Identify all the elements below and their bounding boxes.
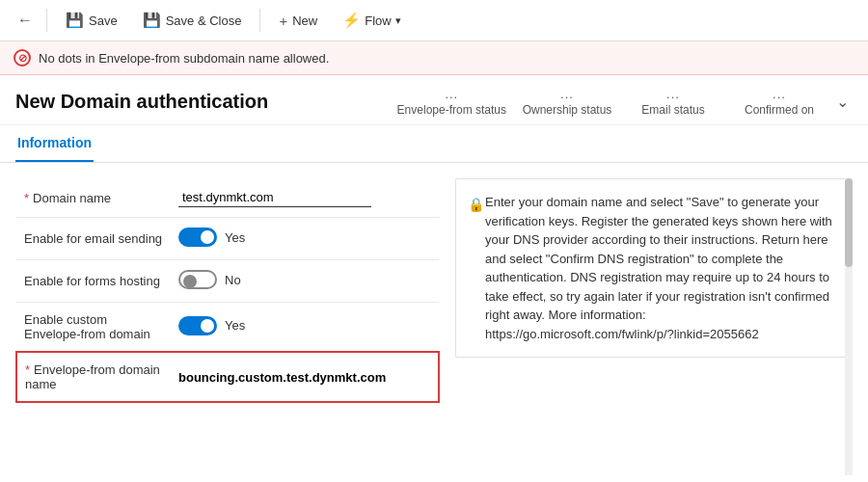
- info-panel-text: Enter your domain name and select "Save"…: [485, 195, 832, 341]
- status-col-ownership: ... Ownership status: [514, 87, 620, 117]
- page-title: New Domain authentication: [15, 91, 390, 113]
- status-col-envelope: ... Envelope-from status: [390, 87, 514, 117]
- envelope-custom-toggle[interactable]: Yes: [178, 316, 245, 335]
- new-icon: +: [279, 13, 287, 29]
- table-row: *Envelope-from domain name bouncing.cust…: [16, 352, 439, 402]
- email-sending-text: Yes: [225, 230, 245, 245]
- envelope-status-label: Envelope-from status: [397, 103, 506, 117]
- page-header: New Domain authentication ... Envelope-f…: [0, 75, 868, 125]
- toolbar-divider-1: [46, 9, 47, 32]
- table-row: *Domain name: [16, 178, 439, 218]
- error-banner: ⊘ No dots in Envelope-from subdomain nam…: [0, 41, 868, 75]
- save-icon: 💾: [66, 12, 84, 29]
- email-sending-label: Enable for email sending: [16, 218, 171, 260]
- envelope-custom-value: Yes: [171, 303, 439, 353]
- left-panel: *Domain name Enable for email sending: [15, 178, 440, 475]
- envelope-custom-thumb: [201, 319, 214, 333]
- email-sending-value: Yes: [171, 218, 439, 260]
- table-row: Enable for forms hosting No: [16, 260, 439, 303]
- confirmed-status-dots: ...: [773, 87, 786, 101]
- domain-name-label: *Domain name: [16, 178, 171, 218]
- confirmed-status-label: Confirmed on: [745, 103, 814, 117]
- email-sending-thumb: [201, 230, 214, 244]
- error-message: No dots in Envelope-from subdomain name …: [39, 51, 329, 66]
- new-button[interactable]: + New: [268, 7, 328, 35]
- email-sending-toggle[interactable]: Yes: [178, 228, 245, 247]
- email-status-label: Email status: [641, 103, 704, 117]
- flow-button[interactable]: ⚡ Flow ▾: [332, 6, 411, 35]
- forms-hosting-label: Enable for forms hosting: [16, 260, 171, 303]
- tab-information[interactable]: Information: [15, 125, 94, 162]
- email-status-dots: ...: [666, 87, 680, 101]
- error-icon: ⊘: [14, 49, 31, 67]
- envelope-domain-label: *Envelope-from domain name: [16, 352, 171, 402]
- flow-icon: ⚡: [342, 12, 361, 29]
- status-col-email: ... Email status: [620, 87, 726, 117]
- content: *Domain name Enable for email sending: [0, 163, 868, 482]
- back-button[interactable]: ←: [12, 7, 39, 34]
- flow-label: Flow: [365, 13, 391, 28]
- tabs: Information: [0, 125, 868, 163]
- right-outer: 🔒 Enter your domain name and select "Sav…: [455, 178, 853, 475]
- required-star: *: [24, 191, 29, 205]
- save-close-icon: 💾: [143, 12, 161, 29]
- toolbar-divider-2: [259, 9, 260, 32]
- envelope-custom-label: Enable custom Envelope-from domain: [16, 303, 171, 353]
- status-columns: ... Envelope-from status ... Ownership s…: [390, 87, 853, 117]
- domain-name-value: [171, 178, 439, 218]
- forms-hosting-text: No: [225, 273, 241, 287]
- status-col-confirmed: ... Confirmed on: [726, 87, 832, 117]
- ownership-status-label: Ownership status: [523, 103, 612, 117]
- email-sending-track[interactable]: [178, 228, 217, 247]
- header-chevron-button[interactable]: ⌄: [832, 89, 853, 115]
- required-star-2: *: [25, 362, 30, 377]
- new-label: New: [292, 13, 317, 28]
- ownership-status-dots: ...: [560, 87, 574, 101]
- scrollbar-track[interactable]: [845, 178, 853, 475]
- envelope-custom-track[interactable]: [178, 316, 217, 335]
- form-table: *Domain name Enable for email sending: [15, 178, 440, 403]
- envelope-domain-value: bouncing.custom.test.dynmkt.com: [171, 352, 439, 402]
- save-close-button[interactable]: 💾 Save & Close: [132, 6, 253, 35]
- scrollbar-thumb[interactable]: [845, 178, 853, 267]
- save-button[interactable]: 💾 Save: [55, 6, 128, 35]
- forms-hosting-thumb: [183, 275, 197, 288]
- table-row: Enable custom Envelope-from domain Yes: [16, 303, 439, 353]
- forms-hosting-toggle[interactable]: No: [178, 270, 241, 289]
- domain-name-input[interactable]: [178, 188, 371, 207]
- forms-hosting-track[interactable]: [178, 270, 217, 289]
- flow-chevron-icon: ▾: [395, 14, 401, 27]
- forms-hosting-value: No: [171, 260, 439, 303]
- table-row: Enable for email sending Yes: [16, 218, 439, 260]
- info-panel: 🔒 Enter your domain name and select "Sav…: [455, 178, 853, 358]
- envelope-status-dots: ...: [445, 87, 458, 101]
- envelope-domain-text: bouncing.custom.test.dynmkt.com: [178, 370, 386, 385]
- lock-icon: 🔒: [468, 195, 484, 215]
- save-label: Save: [89, 13, 118, 28]
- save-close-label: Save & Close: [166, 13, 242, 28]
- toolbar: ← 💾 Save 💾 Save & Close + New ⚡ Flow ▾: [0, 0, 868, 41]
- envelope-custom-text: Yes: [225, 318, 245, 333]
